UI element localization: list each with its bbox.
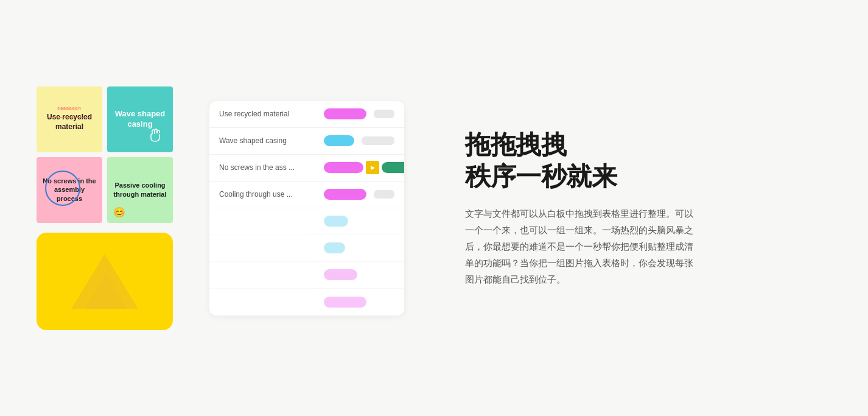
- sticky-notes-grid: caaaaaan Use recycled material Wave shap…: [37, 86, 173, 223]
- right-section: 拖拖拽拽 秩序一秒就来 文字与文件都可以从白板中拖拽到表格里进行整理。可以一个一…: [441, 129, 831, 287]
- sticky-note-2[interactable]: Wave shaped casing: [107, 86, 173, 152]
- pill-2: [324, 135, 354, 146]
- pill-1: [324, 108, 366, 119]
- pill-4: [324, 189, 366, 200]
- note-text-3: No screws in the assembly process: [43, 177, 96, 203]
- row-label-2: Wave shaped casing: [219, 136, 317, 145]
- table-container: Use recycled material Wave shaped casing…: [209, 101, 404, 316]
- row-label-1: Use recycled material: [219, 110, 317, 118]
- row-label-4: Cooling through use ...: [219, 190, 317, 199]
- sticky-note-4[interactable]: Passive cooling through material 😊: [107, 157, 173, 223]
- yellow-card: [37, 233, 173, 330]
- pill-8: [324, 297, 366, 308]
- main-container: caaaaaan Use recycled material Wave shap…: [0, 62, 868, 354]
- table-row-empty: [209, 208, 404, 235]
- pill-5: [324, 216, 348, 227]
- note-text-4: Passive cooling through material: [113, 181, 167, 199]
- sticky-note-3[interactable]: No screws in the assembly process: [37, 157, 102, 223]
- table-row: Wave shaped casing: [209, 128, 404, 155]
- row-label-3: No screws in the ass ...: [219, 163, 317, 172]
- headline-line2: 秩序一秒就来: [465, 162, 617, 191]
- pill-6: [324, 242, 345, 253]
- spacer-2: [362, 136, 394, 145]
- spacer-1: [374, 110, 394, 118]
- table-row: Use recycled material: [209, 101, 404, 128]
- pill-3: [324, 162, 363, 173]
- spacer-4: [374, 190, 394, 199]
- note-text-1: Use recycled material: [43, 113, 96, 132]
- pill-7: [324, 269, 357, 280]
- headline: 拖拖拽拽 秩序一秒就来: [465, 129, 831, 193]
- hand-icon: [147, 127, 164, 144]
- description: 文字与文件都可以从白板中拖拽到表格里进行整理。可以一个一个来，也可以一组一组来。…: [465, 205, 696, 287]
- table-row-empty: [209, 262, 404, 289]
- drag-cursor-icon: [366, 161, 379, 174]
- triangle-secondary: [85, 272, 127, 309]
- table-row-empty: [209, 289, 404, 316]
- headline-line1: 拖拖拽拽: [465, 130, 566, 159]
- table-row-drag[interactable]: No screws in the ass ...: [209, 155, 404, 182]
- drop-target: [382, 162, 404, 173]
- sticky-note-1[interactable]: caaaaaan Use recycled material: [37, 86, 102, 152]
- drag-area: [324, 161, 404, 174]
- table-row: Cooling through use ...: [209, 182, 404, 208]
- table-row-empty: [209, 235, 404, 262]
- emoji-decoration: 😊: [113, 206, 125, 218]
- middle-section: Use recycled material Wave shaped casing…: [209, 101, 404, 316]
- logo-text: caaaaaan: [57, 106, 82, 110]
- left-section: caaaaaan Use recycled material Wave shap…: [37, 86, 173, 330]
